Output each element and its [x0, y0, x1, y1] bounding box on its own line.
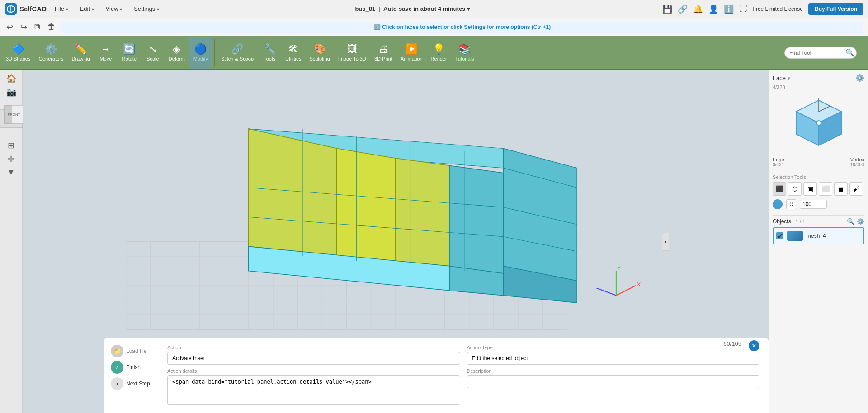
- tool-stitch-scoop[interactable]: 🔗 Stitch & Scoop: [217, 37, 257, 69]
- tool-drawing[interactable]: ✏️ Drawing: [68, 37, 93, 69]
- utilities-label: Utilities: [285, 56, 301, 62]
- close-panel-button[interactable]: ✕: [749, 340, 760, 351]
- move-nav-icon[interactable]: ✛: [8, 154, 14, 164]
- tool-scale[interactable]: ⤡ Scale: [142, 37, 164, 69]
- notification-icon[interactable]: 🔔: [693, 4, 703, 14]
- info-bar: ℹ️ Click on faces to select or click Set…: [61, 22, 863, 33]
- fullscreen-icon[interactable]: ⛶: [739, 4, 747, 14]
- file-menu[interactable]: File ▾: [51, 4, 72, 14]
- toggle-right-panel-button[interactable]: ›: [662, 233, 669, 251]
- buy-full-version-button[interactable]: Buy Full Version: [808, 3, 863, 15]
- modify-icon: 🔵: [194, 43, 207, 55]
- user-icon[interactable]: 👤: [708, 4, 718, 14]
- sel-tool-paint[interactable]: 🖌: [849, 182, 863, 196]
- tutorials-icon: 📚: [458, 43, 471, 55]
- svg-point-60: [816, 121, 821, 125]
- tool-modify[interactable]: 🔵 Modify: [189, 37, 212, 69]
- grid-icon[interactable]: ⊞: [8, 141, 14, 150]
- left-panel: 🏠 📷 FRONT ⊞ ✛ ▼: [0, 70, 23, 413]
- settings-menu[interactable]: Settings ▾: [130, 4, 163, 14]
- tool-deform[interactable]: ◈ Deform: [165, 37, 189, 69]
- edge-info: Edge 0/621: [773, 157, 784, 167]
- action-input[interactable]: [167, 352, 460, 365]
- load-file-step[interactable]: 📁 Load file: [111, 345, 153, 357]
- tool-3d-shapes[interactable]: 🔷 3D Shapes: [2, 37, 34, 69]
- sel-tool-sphere[interactable]: ⬡: [788, 182, 802, 196]
- svg-text:Y: Y: [617, 264, 621, 271]
- home-icon[interactable]: 🏠: [6, 74, 16, 84]
- finish-label: Finish: [126, 364, 141, 371]
- tool-sculpting[interactable]: 🎨 Sculpting: [306, 37, 334, 69]
- rotate-icon: 🔄: [123, 43, 135, 55]
- sel-tool-solid[interactable]: ◼: [834, 182, 848, 196]
- view-menu[interactable]: View ▾: [102, 4, 126, 14]
- tool-rotate[interactable]: 🔄 Rotate: [118, 37, 141, 69]
- size-input[interactable]: [800, 200, 827, 209]
- settings-objects-icon[interactable]: ⚙️: [857, 218, 864, 225]
- edge-label: Edge: [773, 157, 784, 162]
- tool-utilities[interactable]: 🛠 Utilities: [282, 37, 305, 69]
- 3d-cube-preview: [789, 94, 848, 152]
- circle-selection-tool[interactable]: [773, 199, 783, 209]
- tool-3d-print[interactable]: 🖨 3D Print: [371, 37, 396, 69]
- mesh-checkbox[interactable]: [776, 232, 783, 239]
- action-type-input[interactable]: [467, 352, 760, 365]
- svg-marker-36: [396, 158, 449, 266]
- share-icon[interactable]: 🔗: [678, 4, 688, 14]
- svg-text:X: X: [637, 281, 641, 288]
- tool-image-to-3d[interactable]: 🖼 Image To 3D: [335, 37, 370, 69]
- right-panel: Face ▾ ⚙️ 4/320: [769, 70, 868, 413]
- settings-gear-icon[interactable]: ⚙️: [855, 74, 864, 82]
- tool-tutorials[interactable]: 📚 Tutorials: [452, 37, 478, 69]
- face-count: 4/320: [773, 84, 864, 90]
- scale-label: Scale: [146, 56, 159, 62]
- action-details-label: Action details: [167, 368, 460, 374]
- delete-button[interactable]: 🗑: [46, 20, 57, 33]
- face-label: Face ▾: [773, 75, 790, 81]
- copy-button[interactable]: ⧉: [33, 20, 42, 33]
- main-area: 🏠 📷 FRONT ⊞ ✛ ▼: [0, 70, 868, 413]
- description-input[interactable]: [467, 375, 760, 388]
- objects-count: 1 / 1: [796, 219, 805, 224]
- tool-generators[interactable]: ⚙️ Generators: [35, 37, 67, 69]
- rotate-label: Rotate: [122, 56, 137, 62]
- sel-tool-face[interactable]: ▣: [803, 182, 817, 196]
- viewport[interactable]: X Y › 📁 Load file ✓ Finish ›: [23, 70, 769, 413]
- svg-line-54: [597, 288, 616, 296]
- tool-move[interactable]: ↔️ Move: [94, 37, 117, 69]
- mesh-name: mesh_4: [807, 233, 826, 239]
- right-actions: 💾 🔗 🔔 👤 ℹ️ ⛶ Free Limited License Buy Fu…: [662, 3, 863, 15]
- redo-button[interactable]: ↪: [19, 20, 29, 34]
- autosave-text: Auto-save in about 4 minutes: [383, 5, 465, 12]
- undo-button[interactable]: ↩: [5, 20, 15, 34]
- tool-tools[interactable]: 🔧 Tools: [258, 37, 281, 69]
- file-name: bus_81: [355, 5, 375, 12]
- vertex-count: 10/303: [850, 162, 864, 167]
- next-step-label: Next Step: [126, 380, 150, 387]
- dots-tool[interactable]: ⠿: [786, 199, 796, 209]
- topbar: SelfCAD File ▾ Edit ▾ View ▾ Settings ▾ …: [0, 0, 868, 18]
- sel-tool-cube[interactable]: ⬛: [773, 182, 786, 196]
- tutorials-label: Tutorials: [455, 56, 474, 62]
- edit-menu[interactable]: Edit ▾: [76, 4, 98, 14]
- svg-line-50: [616, 286, 636, 296]
- sel-tool-wireframe[interactable]: ⬜: [819, 182, 832, 196]
- mesh-item[interactable]: mesh_4: [773, 227, 864, 244]
- search-objects-icon[interactable]: 🔍: [847, 218, 854, 225]
- next-step-item[interactable]: › Next Step: [111, 377, 153, 390]
- tool-animation[interactable]: ▶️ Animation: [397, 37, 426, 69]
- animation-icon: ▶️: [406, 43, 418, 55]
- animation-label: Animation: [401, 56, 423, 62]
- arrow-down-icon[interactable]: ▼: [7, 168, 15, 177]
- save-icon[interactable]: 💾: [662, 4, 672, 14]
- info-icon[interactable]: ℹ️: [724, 4, 734, 14]
- move-label: Move: [99, 56, 112, 62]
- action-panel: Action Action details <span data-bind="t…: [167, 345, 460, 406]
- toolbar-separator: [214, 39, 215, 66]
- svg-marker-37: [449, 165, 503, 276]
- action-details-textarea[interactable]: <span data-bind="tutorial_panel.action_d…: [167, 375, 460, 405]
- finish-step[interactable]: ✓ Finish: [111, 361, 153, 374]
- vertex-label: Vertex: [850, 157, 864, 162]
- tool-render[interactable]: 💡 Render: [427, 37, 451, 69]
- camera-icon[interactable]: 📷: [6, 87, 16, 97]
